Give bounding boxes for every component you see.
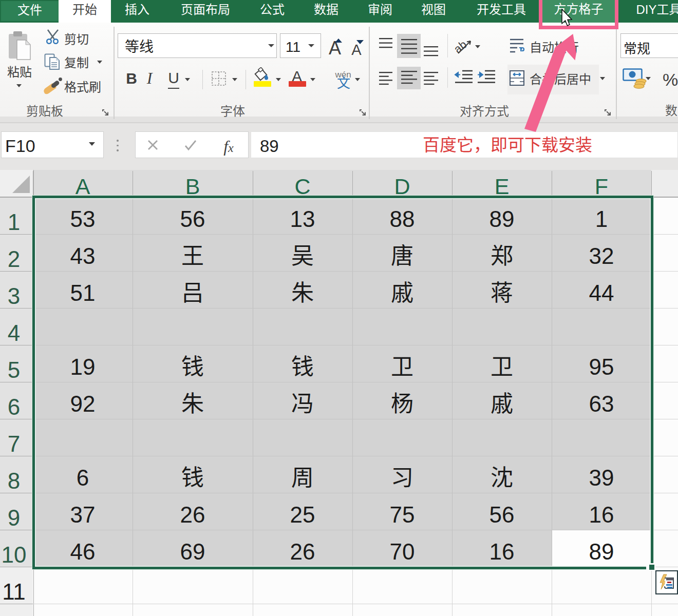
svg-text:ab: ab xyxy=(454,38,469,56)
